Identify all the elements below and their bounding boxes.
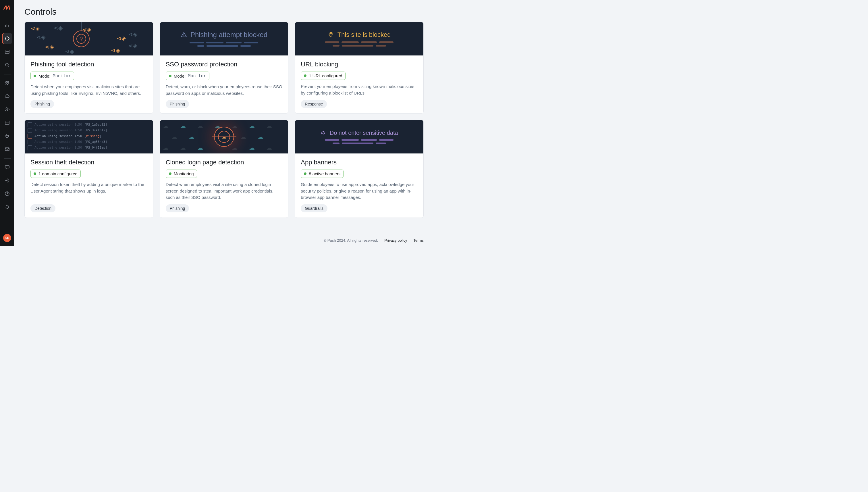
- card-sso-password-protection[interactable]: Phishing attempt blocked SSO password pr…: [160, 22, 289, 114]
- warning-triangle-icon: [181, 32, 187, 38]
- card-hero-illustration: ⋖◈ ⋖◈ ⋖◈ ⋖◈ ⋖◈ ⋖◈ ⋖◈ ⋖◈ ⋖◈ ⋖◈: [25, 22, 153, 55]
- nav-help[interactable]: [2, 189, 12, 199]
- nav-cloud[interactable]: [2, 91, 12, 101]
- svg-rect-7: [5, 148, 9, 151]
- card-hero-illustration: This site is blocked: [295, 22, 424, 55]
- hero-text: This site is blocked: [337, 31, 391, 39]
- status-chip: 8 active banners: [301, 170, 343, 178]
- nav-mail[interactable]: [2, 144, 12, 154]
- status-prefix: Mode:: [174, 74, 186, 78]
- cards-grid: ⋖◈ ⋖◈ ⋖◈ ⋖◈ ⋖◈ ⋖◈ ⋖◈ ⋖◈ ⋖◈ ⋖◈: [24, 22, 424, 218]
- card-hero-illustration: Do not enter sensitive data: [295, 120, 424, 153]
- card-title: SSO password protection: [166, 60, 283, 68]
- svg-point-4: [7, 82, 9, 83]
- svg-point-5: [6, 108, 7, 109]
- card-description: Prevent your employees from visiting kno…: [301, 83, 418, 97]
- nav-user-cloud[interactable]: [2, 104, 12, 115]
- status-chip: 1 URL configured: [301, 72, 345, 80]
- avatar[interactable]: KD: [3, 234, 11, 242]
- footer-privacy-link[interactable]: Privacy policy: [384, 238, 407, 243]
- card-session-theft-detection[interactable]: Action using session 1c50[PS_1a0zd92] Ac…: [24, 120, 153, 218]
- status-value: 1 domain configured: [39, 171, 78, 176]
- nav-controls[interactable]: [2, 33, 12, 44]
- nav-settings[interactable]: [2, 175, 12, 186]
- hero-text: Phishing attempt blocked: [190, 31, 267, 39]
- nav-integrations[interactable]: [2, 131, 12, 141]
- megaphone-icon: [321, 130, 326, 136]
- sidebar: KD: [0, 0, 14, 246]
- card-description: Guide employees to use approved apps, ac…: [301, 181, 418, 201]
- category-pill: Phishing: [166, 100, 189, 108]
- nav-search[interactable]: [2, 60, 12, 70]
- status-dot-icon: [169, 172, 172, 175]
- footer: © Push 2024. All rights reserved. Privac…: [14, 236, 434, 246]
- nav-people[interactable]: [2, 78, 12, 88]
- card-app-banners[interactable]: Do not enter sensitive data App banners …: [295, 120, 424, 218]
- status-chip: Monitoring: [166, 170, 197, 178]
- card-title: App banners: [301, 158, 418, 166]
- card-title: URL blocking: [301, 60, 418, 68]
- status-value: Monitor: [53, 73, 71, 78]
- footer-terms-link[interactable]: Terms: [414, 238, 424, 243]
- status-dot-icon: [304, 74, 306, 77]
- nav-browser[interactable]: [2, 118, 12, 128]
- nav-divider: [4, 74, 10, 74]
- svg-point-9: [6, 180, 8, 181]
- card-phishing-tool-detection[interactable]: ⋖◈ ⋖◈ ⋖◈ ⋖◈ ⋖◈ ⋖◈ ⋖◈ ⋖◈ ⋖◈ ⋖◈: [24, 22, 153, 114]
- status-prefix: Mode:: [39, 74, 51, 78]
- card-description: Detect session token theft by adding a u…: [30, 181, 147, 201]
- category-pill: Response: [301, 100, 327, 108]
- status-chip: Mode: Monitor: [30, 72, 74, 80]
- status-value: 1 URL configured: [309, 73, 342, 78]
- card-description: Detect when employees visit a site using…: [166, 181, 283, 201]
- status-dot-icon: [169, 75, 172, 77]
- category-pill: Guardrails: [301, 204, 327, 212]
- nav-activity[interactable]: [2, 47, 12, 57]
- status-dot-icon: [304, 172, 306, 175]
- card-cloned-login-detection[interactable]: ☁ ☁ ☁ ☁ ☁ ☁ ☁ ☁ ☁ ☁ ☁ ☁ ☁: [160, 120, 289, 218]
- card-hero-illustration: ☁ ☁ ☁ ☁ ☁ ☁ ☁ ☁ ☁ ☁ ☁ ☁ ☁: [160, 120, 288, 153]
- card-description: Detect, warn, or block when your employe…: [166, 83, 283, 97]
- hand-stop-icon: [328, 32, 334, 38]
- status-dot-icon: [34, 172, 36, 175]
- main: Controls ⋖◈ ⋖◈ ⋖◈ ⋖◈ ⋖◈ ⋖◈ ⋖◈ ⋖◈: [14, 0, 434, 246]
- category-pill: Phishing: [30, 100, 54, 108]
- card-title: Session theft detection: [30, 158, 147, 166]
- card-title: Phishing tool detection: [30, 60, 147, 68]
- card-description: Detect when your employees visit malicio…: [30, 83, 147, 97]
- nav-analytics[interactable]: [2, 20, 12, 30]
- status-value: Monitor: [188, 73, 206, 78]
- svg-point-3: [5, 82, 7, 83]
- status-chip: 1 domain configured: [30, 170, 81, 178]
- card-url-blocking[interactable]: This site is blocked URL blocking 1 URL …: [295, 22, 424, 114]
- svg-point-0: [5, 37, 9, 40]
- brand-logo[interactable]: [3, 3, 11, 11]
- svg-rect-8: [5, 166, 9, 168]
- card-title: Cloned login page detection: [166, 158, 283, 166]
- card-hero-illustration: Phishing attempt blocked: [160, 22, 288, 55]
- category-pill: Detection: [30, 204, 55, 212]
- status-value: Monitoring: [174, 171, 194, 176]
- status-chip: Mode: Monitor: [166, 72, 209, 80]
- svg-point-2: [5, 63, 8, 66]
- nav-chat[interactable]: [2, 162, 12, 172]
- nav-notifications[interactable]: [2, 202, 12, 212]
- card-hero-illustration: Action using session 1c50[PS_1a0zd92] Ac…: [25, 120, 153, 153]
- page-title: Controls: [24, 7, 424, 17]
- hero-text: Do not enter sensitive data: [330, 130, 398, 136]
- svg-rect-6: [5, 121, 9, 124]
- category-pill: Phishing: [166, 204, 189, 212]
- footer-copyright: © Push 2024. All rights reserved.: [324, 238, 378, 243]
- target-icon: ☁: [214, 127, 234, 147]
- status-dot-icon: [34, 75, 36, 77]
- status-value: 8 active banners: [309, 171, 340, 176]
